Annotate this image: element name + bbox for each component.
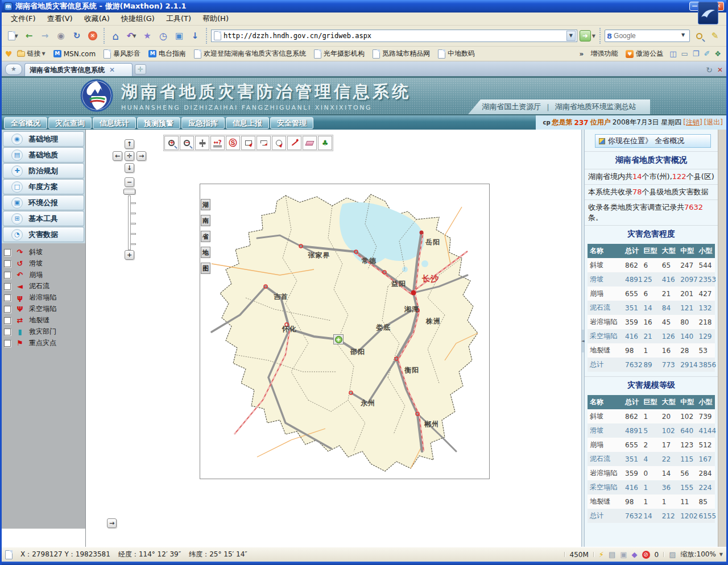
menu-favorites[interactable]: 收藏(A) — [78, 13, 115, 25]
tab-province-overview[interactable]: 全省概况 — [4, 117, 47, 129]
zoom-in-slider-button[interactable]: + — [125, 250, 134, 260]
resize-icon[interactable]: ▨ — [669, 550, 676, 559]
zoom-out-tool[interactable]: − — [180, 136, 194, 150]
maxthon-charity-link[interactable]: ♥傲游公益 — [622, 48, 667, 60]
bookmark-item[interactable]: 觅路城市精品网 — [369, 48, 433, 60]
sidebar-button-6[interactable]: ◔灾害数据 — [3, 227, 84, 242]
bookmark-item[interactable]: 光年摄影机构 — [311, 48, 368, 60]
sidebar-button-2[interactable]: ✚防治规划 — [3, 163, 84, 178]
plugin-icon[interactable]: ❖ — [713, 49, 723, 58]
layer-checkbox[interactable] — [4, 249, 11, 256]
layer-tab[interactable]: 图 — [201, 263, 210, 274]
search-magnifier-icon[interactable] — [692, 29, 706, 43]
sidebar-button-3[interactable]: □年度方案 — [3, 179, 84, 194]
favorites-heart-icon[interactable]: ♥ — [5, 49, 13, 59]
menu-view[interactable]: 查看(V) — [42, 13, 78, 25]
sidebar-button-5[interactable]: ⊞基本工具 — [3, 211, 84, 226]
tab-disaster-query[interactable]: 灾点查询 — [48, 117, 92, 129]
highlighter-icon[interactable]: ✎ — [708, 29, 722, 43]
back-button[interactable]: ← — [22, 29, 36, 43]
exit-link[interactable]: [退出] — [704, 118, 723, 127]
tabbar-close-icon[interactable]: ✕ — [717, 66, 723, 74]
full-extent-tree-tool[interactable]: ♣ — [318, 136, 332, 150]
bookmark-msn[interactable]: MMSN.com — [50, 49, 99, 59]
go-button[interactable]: ➜ — [580, 30, 591, 41]
window-panel-icon[interactable]: ▣ — [172, 29, 186, 43]
map-canvas[interactable]: 张家界常德岳阳益阳长沙吉首湘潭株洲娄底怀化邵阳衡阳永州郴州 + — [200, 184, 490, 479]
bookmark-item[interactable]: 中地数码 — [435, 48, 478, 60]
search-box[interactable]: 8 ▼ — [605, 30, 690, 42]
popup-blocker-icon[interactable]: ⊘ — [642, 551, 650, 559]
window-icon[interactable]: ▭ — [679, 49, 689, 58]
history-clock-icon[interactable]: ◷ — [156, 29, 170, 43]
go-dropdown[interactable]: ▼ — [592, 34, 595, 39]
layer-tab[interactable]: 湖 — [201, 199, 210, 210]
tab-info-report[interactable]: 信息上报 — [226, 117, 269, 129]
zoom-out-slider-button[interactable]: − — [125, 177, 134, 187]
tab-close-icon[interactable]: ✕ — [109, 66, 115, 74]
undo-button[interactable]: ↶▼ — [125, 29, 138, 43]
map-expand-arrow-button[interactable]: → — [107, 518, 117, 528]
bookmarks-overflow-chevron[interactable]: » — [577, 50, 586, 58]
map-marker-button[interactable]: + — [333, 334, 344, 344]
eraser-tool[interactable] — [303, 136, 317, 150]
tab-list-star-button[interactable]: ★ — [5, 64, 22, 75]
menu-file[interactable]: 文件(F) — [5, 13, 42, 25]
menu-tools[interactable]: 工具(T) — [160, 13, 197, 25]
layer-checkbox[interactable] — [4, 294, 11, 301]
search-dropdown[interactable]: ▼ — [679, 31, 688, 41]
forward-button[interactable]: → — [38, 29, 52, 43]
pan-left-button[interactable]: ← — [113, 151, 122, 161]
layer-checkbox[interactable] — [4, 260, 11, 267]
search-input[interactable] — [614, 32, 677, 40]
bookmark-links-folder[interactable]: 链接▼ — [14, 48, 49, 60]
tab-emergency-command[interactable]: 应急指挥 — [181, 117, 225, 129]
boost-lightning-icon[interactable]: ⚡ — [599, 550, 604, 559]
filter-wand-icon[interactable]: ★ — [140, 29, 154, 43]
pan-down-button[interactable]: ↓ — [125, 163, 134, 173]
recent-dropdown-icon[interactable]: ◉ — [54, 29, 68, 43]
link-land-resources-dept[interactable]: 湖南省国土资源厅 — [482, 102, 541, 112]
url-input[interactable] — [224, 32, 564, 40]
pan-hand-tool[interactable] — [195, 136, 209, 150]
splitter-collapse-icon[interactable]: ◄ — [582, 330, 584, 352]
bookmark-item[interactable]: 暴风影音 — [100, 48, 144, 60]
tab-forecast-warning[interactable]: 预测预警 — [137, 117, 180, 129]
layer-tab[interactable]: 南 — [201, 215, 210, 226]
menu-groups[interactable]: 快捷组(G) — [115, 13, 160, 25]
home-button[interactable]: ⌂ — [109, 29, 122, 43]
zoom-in-tool[interactable]: + — [164, 136, 179, 150]
url-dropdown-button[interactable]: ▼ — [566, 31, 576, 41]
rectangle-select-tool[interactable]: ► — [241, 136, 255, 150]
bookmark-item[interactable]: M电台指南 — [145, 48, 189, 60]
zoom-level[interactable]: 缩放:100% — [680, 550, 715, 559]
new-tab-button[interactable]: ✛ — [135, 64, 146, 74]
pan-up-button[interactable]: ↑ — [125, 139, 134, 149]
zoom-dropdown-icon[interactable]: ▼ — [719, 552, 723, 557]
layer-tab[interactable]: 省 — [201, 231, 210, 242]
layer-checkbox[interactable] — [4, 317, 11, 324]
tab-security-mgmt[interactable]: 安全管理 — [270, 117, 313, 129]
layer-checkbox[interactable] — [4, 340, 11, 347]
menu-help[interactable]: 帮助(H) — [197, 13, 234, 25]
pen-icon[interactable]: ✐ — [702, 49, 712, 58]
sidebar-button-1[interactable]: ▤基础地质 — [3, 147, 84, 163]
logout-link[interactable]: [注销] — [683, 118, 702, 127]
draw-line-tool[interactable] — [287, 136, 301, 150]
download-button[interactable]: ↓ — [188, 29, 202, 43]
polygon-select-tool[interactable]: ► — [257, 136, 271, 150]
new-page-button[interactable]: ▼ — [6, 29, 20, 43]
sidebar-button-4[interactable]: ▣环境公报 — [3, 195, 84, 210]
bookmark-item[interactable]: 欢迎登陆湖南省地质灾害信息系统 — [191, 48, 309, 60]
refresh-button[interactable]: ↻ — [70, 29, 84, 43]
pan-right-button[interactable]: → — [136, 151, 146, 161]
proxy-icon[interactable]: ▤ — [609, 550, 615, 559]
zoom-slider-handle[interactable] — [123, 189, 135, 194]
enhance-features-link[interactable]: 增强功能 — [587, 48, 621, 60]
circle-select-tool[interactable]: ► — [272, 136, 286, 150]
pan-center-button[interactable]: ✛ — [125, 151, 134, 161]
stop-button[interactable]: ✕ — [86, 29, 100, 43]
skin-icon[interactable]: ◫ — [668, 49, 678, 58]
link-geo-env-monitor-station[interactable]: 湖南省地质环境监测总站 — [555, 102, 636, 112]
select-by-attribute-tool[interactable]: Ⓢ — [226, 136, 240, 150]
